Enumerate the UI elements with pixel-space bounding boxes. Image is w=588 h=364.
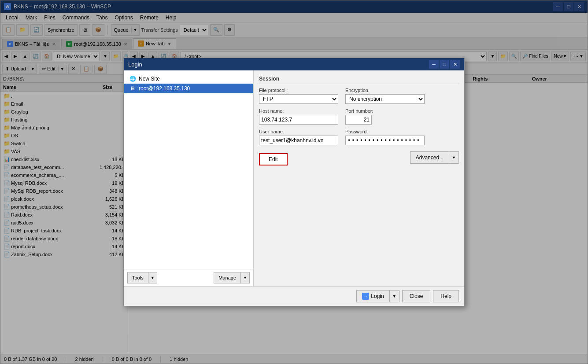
port-label: Port number: (345, 108, 374, 114)
encryption-group: Encryption: No encryption (345, 88, 425, 104)
login-icon: → (362, 293, 369, 300)
advanced-label: Advanced... (416, 154, 444, 161)
login-button-group: → Login ▼ (356, 290, 399, 302)
session-title: Session (259, 76, 459, 84)
advanced-main-btn[interactable]: Advanced... (410, 151, 449, 164)
manage-label: Manage (218, 275, 236, 280)
host-group: Host name: 103.74.123.7 (259, 108, 338, 125)
site-item-new[interactable]: 🌐 New Site (124, 74, 253, 84)
dialog-left-toolbar: Tools ▼ Manage ▼ (124, 269, 253, 286)
username-label: User name: (259, 129, 338, 134)
dialog-title-bar: Login ─ □ ✕ (124, 58, 464, 70)
file-protocol-label: File protocol: (259, 88, 338, 93)
dialog-session-panel: Session File protocol: FTP Encryption: (254, 70, 464, 286)
advanced-arrow-icon: ▼ (452, 155, 456, 160)
dialog-close-btn[interactable]: ✕ (450, 60, 460, 69)
site-tree: 🌐 New Site 🖥 root@192.168.35.130 (124, 70, 253, 269)
tools-label: Tools (132, 275, 144, 280)
session-section: Session File protocol: FTP Encryption: (259, 76, 459, 165)
file-protocol-select[interactable]: FTP (259, 94, 338, 104)
username-input[interactable]: test_user1@khanhnv.id.vn (259, 136, 338, 145)
new-site-label: New Site (139, 76, 160, 82)
host-input[interactable]: 103.74.123.7 (259, 115, 338, 125)
host-label: Host name: (259, 108, 338, 114)
manage-button-group: Manage ▼ (214, 272, 250, 283)
tools-main-btn[interactable]: Tools (127, 272, 148, 283)
dialog-minimize-btn[interactable]: ─ (429, 60, 439, 69)
login-label: Login (371, 293, 384, 299)
manage-main-btn[interactable]: Manage (214, 272, 241, 283)
tools-button-group: Tools ▼ (127, 272, 157, 283)
manage-arrow-btn[interactable]: ▼ (241, 272, 250, 283)
port-group: Port number: 21 (345, 108, 374, 125)
help-btn[interactable]: Help (433, 290, 459, 302)
close-dialog-btn[interactable]: Close (402, 290, 431, 302)
username-group: User name: test_user1@khanhnv.id.vn (259, 129, 338, 145)
host-port-row: Host name: 103.74.123.7 Port number: 21 (259, 108, 459, 125)
dialog-title-controls: ─ □ ✕ (429, 60, 460, 69)
site-item-root[interactable]: 🖥 root@192.168.35.130 (124, 84, 253, 93)
edit-button[interactable]: Edit (259, 153, 288, 165)
login-dialog: Login ─ □ ✕ 🌐 New Site 🖥 root@192.168.3 (123, 58, 465, 306)
modal-overlay: Login ─ □ ✕ 🌐 New Site 🖥 root@192.168.3 (0, 0, 588, 364)
dialog-maximize-btn[interactable]: □ (440, 60, 449, 69)
password-label: Password: (345, 129, 425, 134)
encryption-select[interactable]: No encryption (345, 94, 425, 104)
new-site-icon: 🌐 (129, 75, 136, 82)
login-main-btn[interactable]: → Login (356, 290, 389, 302)
encryption-label: Encryption: (345, 88, 425, 93)
port-input[interactable]: 21 (345, 115, 372, 125)
protocol-encryption-row: File protocol: FTP Encryption: No encryp… (259, 88, 459, 104)
tools-arrow-btn[interactable]: ▼ (148, 272, 157, 283)
login-arrow-btn[interactable]: ▼ (389, 290, 399, 302)
dialog-title-text: Login (128, 61, 142, 68)
file-protocol-group: File protocol: FTP (259, 88, 338, 104)
dialog-footer: → Login ▼ Close Help (124, 286, 464, 306)
advanced-arrow-btn[interactable]: ▼ (449, 151, 459, 164)
advanced-button-group: Advanced... ▼ (410, 151, 459, 164)
server-site-label: root@192.168.35.130 (139, 85, 190, 92)
edit-advanced-row: Edit Advanced... ▼ (259, 150, 459, 165)
dialog-site-panel: 🌐 New Site 🖥 root@192.168.35.130 Tools ▼ (124, 70, 254, 286)
password-group: Password: (345, 129, 425, 145)
dialog-body: 🌐 New Site 🖥 root@192.168.35.130 Tools ▼ (124, 70, 464, 286)
password-input[interactable] (345, 136, 425, 145)
user-pass-row: User name: test_user1@khanhnv.id.vn Pass… (259, 129, 459, 145)
server-icon: 🖥 (129, 85, 136, 92)
edit-label: Edit (269, 156, 278, 162)
